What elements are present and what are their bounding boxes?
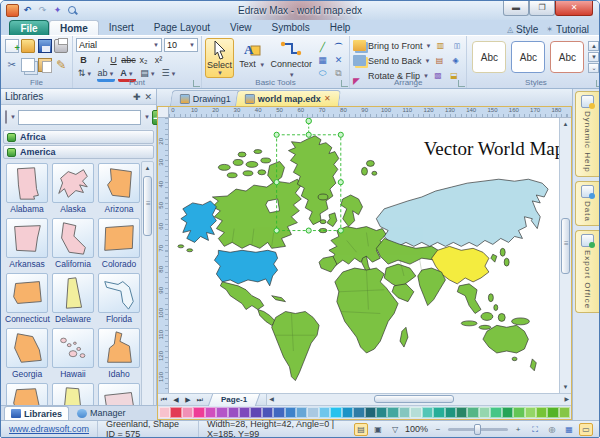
color-swatch[interactable] [193,407,204,418]
library-section-america[interactable]: America [3,145,154,159]
map-sumatra[interactable] [461,321,477,326]
scroll-right-icon[interactable]: ▶ [564,395,569,402]
document-tab-world-map-edx[interactable]: world map.edx✕ [235,90,341,106]
dialog-launcher-icon[interactable] [458,80,465,87]
fit-page-button[interactable] [528,423,542,436]
style-preview-0[interactable]: Abc [472,41,506,73]
tab-view[interactable]: View [220,20,262,35]
tab-insert[interactable]: Insert [99,20,144,35]
library-shape-georgia[interactable]: Georgia [5,328,49,379]
map-mexico[interactable] [220,282,263,310]
style-menu[interactable]: ◬Style [507,24,538,35]
tutorial-menu[interactable]: ✶Tutorial [546,24,589,35]
map-tasmania[interactable] [512,357,517,361]
color-swatch[interactable] [285,407,296,418]
font-size-select[interactable]: 10▼ [164,38,198,52]
maximize-button[interactable]: ❐ [529,1,555,16]
selection-handle[interactable] [338,132,343,137]
map-arctic-islands[interactable] [218,150,284,184]
next-page-button[interactable]: ▶ [182,396,194,404]
color-swatch[interactable] [559,407,570,418]
zoom-slider[interactable] [448,428,508,431]
color-swatch[interactable] [342,407,353,418]
color-swatch[interactable] [399,407,410,418]
map-svalbard[interactable] [362,160,377,175]
map-se-asia[interactable] [457,284,481,314]
magnifier-button[interactable] [545,423,559,436]
send-to-back-button[interactable]: Send to Back▼ [353,53,431,68]
color-swatch[interactable] [513,407,524,418]
library-shape-florida[interactable]: Florida [97,273,141,324]
style-preview-2[interactable]: Abc [550,41,584,73]
library-shape-arkansas[interactable]: Arkansas [5,218,49,269]
map-title-text[interactable]: Vector World Map [384,138,559,160]
library-shape-california[interactable]: California [51,218,95,269]
map-uk[interactable] [327,213,337,227]
rotation-handle[interactable] [306,118,312,124]
color-swatch[interactable] [387,407,398,418]
arc-tool-button[interactable] [331,41,346,53]
map-java[interactable] [479,325,491,329]
italic-button[interactable]: I [91,53,106,67]
tab-symbols[interactable]: Symbols [261,20,319,35]
library-menu-icon[interactable] [5,110,7,124]
map-new-zealand[interactable] [530,359,536,371]
library-shape-idaho[interactable]: Idaho [97,328,141,379]
color-swatch[interactable] [467,407,478,418]
map-ireland[interactable] [320,220,326,224]
dist-button[interactable] [433,55,447,67]
tab-home[interactable]: Home [49,20,99,35]
color-swatch[interactable] [205,407,216,418]
scroll-up-icon[interactable]: ▲ [561,119,570,129]
align-button[interactable] [433,40,447,52]
dialog-launcher-icon[interactable] [193,80,200,87]
delete-tool-button[interactable] [331,54,346,66]
library-shape-alaska[interactable]: Alaska [51,163,95,214]
superscript-button[interactable]: x² [151,53,166,67]
map-arabia[interactable] [392,284,414,302]
pages-button[interactable] [449,40,463,52]
color-swatch[interactable] [410,407,421,418]
library-search-input[interactable] [18,110,141,125]
color-swatch[interactable] [445,407,456,418]
table-tool-button[interactable] [315,54,330,66]
map-new-guinea[interactable] [512,318,530,325]
pan-mode-button[interactable] [579,423,593,436]
first-page-button[interactable]: ⏮ [158,396,170,404]
map-alaska[interactable] [181,201,217,242]
sidebar-tab-dynamic-help[interactable]: Dynamic Help [575,91,599,177]
map-australia[interactable] [483,325,528,353]
scroll-up-icon[interactable]: ▲ [143,163,152,173]
styles-scroll-down[interactable]: ▼ [588,52,599,62]
font-family-select[interactable]: Arial▼ [76,38,162,52]
map-japan[interactable] [500,248,505,256]
color-swatch[interactable] [239,407,250,418]
map-scandinavia[interactable] [341,195,363,227]
color-swatch[interactable] [216,407,227,418]
map-central-america[interactable] [258,310,276,326]
text-tool-button[interactable]: A Text ▼ [237,38,267,69]
libraries-scrollbar[interactable]: ▲ ▼ [141,161,154,420]
horizontal-scrollbar[interactable]: ◀ ▶ [266,394,571,405]
color-swatch[interactable] [307,407,318,418]
tab-help[interactable]: Help [320,20,361,35]
scroll-left-icon[interactable]: ◀ [269,395,274,402]
library-shape-alabama[interactable]: Alabama [5,163,49,214]
selection-handle[interactable] [274,132,279,137]
vertical-scrollbar[interactable]: ▲ ▼ [559,118,571,393]
close-button[interactable]: ✕ [555,1,593,16]
print-button[interactable] [54,38,70,54]
select-tool-button[interactable]: Select▼ [205,38,234,78]
last-page-button[interactable]: ⏭ [194,396,206,404]
library-shape-colorado[interactable]: Colorado [97,218,141,269]
underline-button[interactable]: U [106,53,121,67]
color-swatch[interactable] [170,407,181,418]
color-swatch[interactable] [273,407,284,418]
selection-handle[interactable] [338,180,343,185]
prev-page-button[interactable]: ◀ [170,396,182,404]
color-swatch[interactable] [330,407,341,418]
close-tab-icon[interactable]: ✕ [324,94,331,103]
color-swatch[interactable] [536,407,547,418]
map-aleutians[interactable] [187,249,193,252]
drawing-page[interactable]: Vector World Map [169,118,559,393]
